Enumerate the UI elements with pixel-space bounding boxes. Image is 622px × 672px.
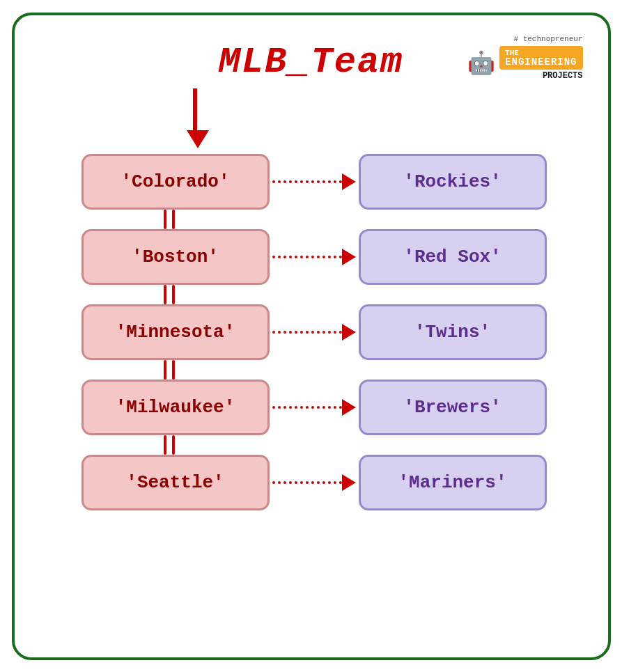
connector <box>272 324 356 341</box>
logo-area: # technopreneur 🤖 THE ENGINEERING PROJEC… <box>467 35 582 81</box>
arrow-down-head <box>187 130 209 148</box>
connector <box>272 474 356 491</box>
connector <box>272 173 356 190</box>
double-separator <box>81 285 175 304</box>
left-box: 'Minnesota' <box>81 304 270 360</box>
vline-left <box>164 435 166 455</box>
right-box: 'Twins' <box>359 304 547 360</box>
vline-right <box>172 210 175 229</box>
diagram-row: 'Minnesota''Twins' <box>81 304 583 360</box>
dotted-line <box>272 256 342 258</box>
arrow-right-head <box>342 324 356 341</box>
vline-right <box>172 360 175 380</box>
right-box: 'Rockies' <box>359 154 547 210</box>
logo-projects-label: PROJECTS <box>499 71 582 81</box>
diagram-row: 'Colorado''Rockies' <box>81 154 583 210</box>
right-box: 'Red Sox' <box>359 229 547 285</box>
arrow-vertical-line <box>193 88 197 130</box>
vline-right <box>172 435 175 455</box>
vline-right <box>172 285 175 304</box>
diagram-row: 'Seattle''Mariners' <box>81 455 583 510</box>
left-box: 'Boston' <box>81 229 270 285</box>
logo-the-label: THE <box>505 49 577 57</box>
logo-box: 🤖 THE ENGINEERING PROJECTS <box>467 46 582 81</box>
hashtag-label: # technopreneur <box>513 35 582 43</box>
title-arrow <box>40 88 583 148</box>
left-box: 'Milwaukee' <box>81 380 270 435</box>
connector <box>272 249 356 265</box>
dotted-line <box>272 481 342 484</box>
double-separator <box>81 360 175 380</box>
diagram-row: 'Milwaukee''Brewers' <box>81 380 583 435</box>
right-box: 'Brewers' <box>359 380 547 435</box>
connector <box>272 399 356 416</box>
dotted-line <box>272 406 342 409</box>
robot-icon: 🤖 <box>467 49 495 77</box>
dotted-line <box>272 331 342 334</box>
vline-left <box>164 210 166 229</box>
left-box: 'Seattle' <box>81 455 270 510</box>
diagram-content: 'Colorado''Rockies''Boston''Red Sox''Min… <box>40 154 583 510</box>
dotted-line <box>272 180 342 183</box>
arrow-right-head <box>342 249 356 265</box>
right-box: 'Mariners' <box>359 455 547 510</box>
engineering-logo-box: THE ENGINEERING <box>499 46 582 70</box>
arrow-right-head <box>342 173 356 190</box>
double-separator <box>81 210 175 229</box>
vline-left <box>164 360 166 380</box>
diagram-row: 'Boston''Red Sox' <box>81 229 583 285</box>
vline-left <box>164 285 166 304</box>
arrow-right-head <box>342 474 356 491</box>
double-separator <box>81 435 175 455</box>
logo-engineering-label: ENGINEERING <box>505 57 577 67</box>
arrow-right-head <box>342 399 356 416</box>
left-box: 'Colorado' <box>81 154 270 210</box>
main-card: # technopreneur 🤖 THE ENGINEERING PROJEC… <box>12 13 611 660</box>
